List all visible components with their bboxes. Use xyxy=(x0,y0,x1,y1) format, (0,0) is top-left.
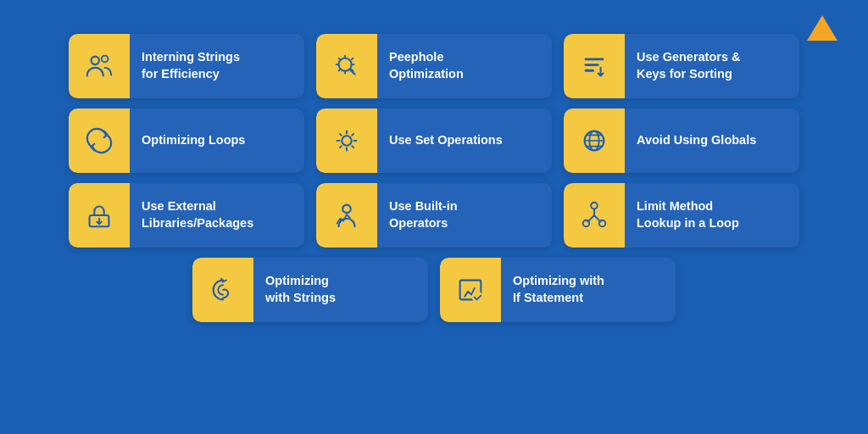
flowchart-icon xyxy=(564,183,625,248)
svg-point-6 xyxy=(342,136,351,145)
card-label-set-operations: Use Set Operations xyxy=(377,132,515,149)
card-label-external-libraries: Use External Libraries/Packages xyxy=(130,198,265,231)
card-avoid-globals[interactable]: Avoid Using Globals xyxy=(564,108,799,173)
svg-point-0 xyxy=(92,57,100,65)
card-built-in-operators[interactable]: Use Built-in Operators xyxy=(316,183,552,248)
card-label-optimizing-strings: Optimizing with Strings xyxy=(253,273,348,306)
card-label-optimizing-if: Optimizing with If Statement xyxy=(501,273,616,306)
grid-container: Interning Strings for Efficiency Peephol… xyxy=(0,34,868,322)
card-optimizing-strings[interactable]: Optimizing with Strings xyxy=(192,258,428,322)
arrows-loop-icon xyxy=(69,108,130,173)
svg-rect-3 xyxy=(585,58,604,61)
card-peephole[interactable]: Peephole Optimization xyxy=(316,34,552,98)
svg-point-1 xyxy=(102,56,108,63)
svg-rect-4 xyxy=(585,64,599,66)
svg-point-10 xyxy=(342,205,351,214)
grid-row-0: Interning Strings for Efficiency Peephol… xyxy=(69,34,799,98)
page-title xyxy=(0,0,868,34)
card-label-limit-method-lookup: Limit Method Lookup in a Loop xyxy=(625,198,751,231)
card-optimizing-if[interactable]: Optimizing with If Statement xyxy=(440,258,676,322)
person-chart-icon xyxy=(316,183,377,248)
card-label-optimizing-loops: Optimizing Loops xyxy=(130,132,257,149)
gear-cog-icon xyxy=(316,108,377,173)
card-external-libraries[interactable]: Use External Libraries/Packages xyxy=(69,183,304,248)
card-limit-method-lookup[interactable]: Limit Method Lookup in a Loop xyxy=(564,183,799,248)
grid-row-2: Use External Libraries/Packages Use Buil… xyxy=(69,183,799,248)
gear-search-icon xyxy=(316,34,377,98)
chart-check-icon xyxy=(440,258,501,322)
grid-row-3: Optimizing with Strings Optimizing with … xyxy=(192,258,676,322)
gear-swirl-icon xyxy=(192,258,253,322)
card-optimizing-loops[interactable]: Optimizing Loops xyxy=(69,108,304,173)
card-label-peephole: Peephole Optimization xyxy=(377,49,476,82)
card-interning-strings[interactable]: Interning Strings for Efficiency xyxy=(69,34,304,98)
card-label-avoid-globals: Avoid Using Globals xyxy=(625,132,768,149)
card-set-operations[interactable]: Use Set Operations xyxy=(316,108,552,173)
list-sort-icon xyxy=(564,34,625,98)
logo-triangle xyxy=(807,15,837,41)
box-download-icon xyxy=(69,183,130,248)
grid-row-1: Optimizing Loops Use Set Operations Avoi… xyxy=(69,108,799,173)
card-label-interning-strings: Interning Strings for Efficiency xyxy=(130,49,252,82)
card-generators-keys[interactable]: Use Generators & Keys for Sorting xyxy=(564,34,799,98)
svg-point-11 xyxy=(591,203,598,209)
card-label-generators-keys: Use Generators & Keys for Sorting xyxy=(625,49,753,82)
card-label-built-in-operators: Use Built-in Operators xyxy=(377,198,470,231)
svg-rect-5 xyxy=(585,70,594,72)
globe-net-icon xyxy=(564,108,625,173)
people-icon xyxy=(69,34,130,98)
